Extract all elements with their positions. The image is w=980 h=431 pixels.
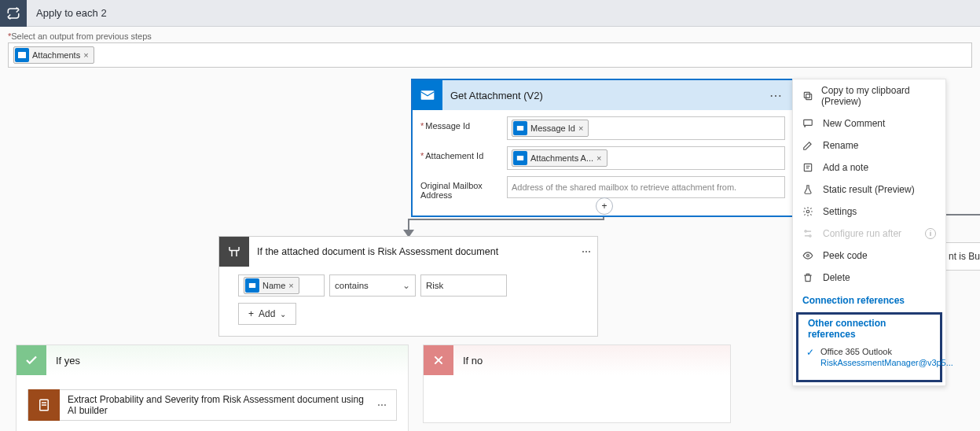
flask-icon xyxy=(802,184,815,195)
svg-point-15 xyxy=(806,210,809,213)
token-remove[interactable]: × xyxy=(596,153,601,163)
condition-icon xyxy=(219,237,249,267)
card-title: Get Attachment (V2) xyxy=(442,90,766,101)
condition-body: Name × contains ⌄ Risk + Add ⌄ xyxy=(219,267,597,336)
condition-left[interactable]: Name × xyxy=(238,274,325,297)
outlook-icon xyxy=(513,121,527,135)
output-label: *Select an output from previous steps xyxy=(8,31,972,41)
comment-icon xyxy=(802,118,815,129)
condition-menu-button[interactable]: ⋯ xyxy=(582,246,591,257)
connection-text: Office 365 Outlook RiskAssessmentManager… xyxy=(820,346,953,369)
outlook-icon xyxy=(413,80,442,110)
copy-icon xyxy=(802,90,813,101)
outlook-icon xyxy=(513,151,527,165)
menu-static-result[interactable]: Static result (Preview) xyxy=(793,179,945,201)
note-icon xyxy=(802,162,815,173)
field-input-message-id[interactable]: Message Id × xyxy=(507,116,785,140)
svg-rect-0 xyxy=(18,52,26,58)
card-header: Get Attachment (V2) ⋯ xyxy=(413,80,793,110)
branch-yes-body: Extract Probability and Severity from Ri… xyxy=(17,375,408,431)
top-bar-title: Apply to each 2 xyxy=(27,7,107,19)
branch-no-body xyxy=(424,375,730,422)
svg-rect-4 xyxy=(517,156,523,160)
branch-yes-label: If yes xyxy=(46,355,80,367)
branch-if-no: If no xyxy=(423,344,731,423)
field-input-mailbox[interactable]: Address of the shared mailbox to retriev… xyxy=(507,176,785,198)
connector-line xyxy=(408,219,604,220)
x-icon xyxy=(424,345,453,375)
output-token-input[interactable]: Attachments × xyxy=(8,42,972,68)
menu-peek-code[interactable]: Peek code xyxy=(793,245,945,267)
menu-new-comment[interactable]: New Comment xyxy=(793,112,945,134)
menu-copy-clipboard[interactable]: Copy to my clipboard (Preview) xyxy=(793,79,945,112)
menu-add-note[interactable]: Add a note xyxy=(793,157,945,179)
token-remove[interactable]: × xyxy=(83,50,88,60)
condition-title: If the attached document is Risk Assessm… xyxy=(249,246,582,257)
token-remove[interactable]: × xyxy=(578,123,583,133)
condition-add-button[interactable]: + Add ⌄ xyxy=(238,303,296,325)
action-menu-button[interactable]: ⋯ xyxy=(377,400,396,411)
svg-point-18 xyxy=(807,255,809,257)
branch-if-yes: If yes Extract Probability and Severity … xyxy=(16,344,409,431)
menu-delete[interactable]: Delete xyxy=(793,267,945,289)
field-label-attachment-id: *Attachement Id xyxy=(420,146,507,160)
menu-configure-run-after: Configure run after i xyxy=(793,223,945,245)
context-menu: Copy to my clipboard (Preview) New Comme… xyxy=(792,79,946,386)
check-icon: ✓ xyxy=(806,346,814,358)
svg-rect-10 xyxy=(804,92,809,98)
svg-rect-2 xyxy=(421,90,435,100)
menu-rename[interactable]: Rename xyxy=(793,134,945,157)
svg-rect-3 xyxy=(517,126,523,131)
token-message-id[interactable]: Message Id × xyxy=(512,120,589,137)
config-icon xyxy=(802,228,815,239)
token-name[interactable]: Name × xyxy=(244,277,299,294)
token-attachments[interactable]: Attachments × xyxy=(13,46,94,64)
output-select: *Select an output from previous steps At… xyxy=(0,27,980,68)
document-icon xyxy=(28,389,60,421)
token-attachment-id[interactable]: Attachments A... × xyxy=(512,149,607,167)
trash-icon xyxy=(802,272,815,283)
top-bar: Apply to each 2 xyxy=(0,0,980,27)
outlook-icon xyxy=(15,48,29,62)
field-label-mailbox: Original Mailbox Address xyxy=(420,176,507,200)
flow-canvas: Get Attachment (V2) ⋯ *Message Id Messag… xyxy=(0,68,980,431)
action-label: Extract Probability and Severity from Ri… xyxy=(60,394,377,416)
svg-rect-5 xyxy=(249,283,255,288)
svg-rect-11 xyxy=(804,120,813,125)
branch-no-label: If no xyxy=(453,355,483,367)
partial-card[interactable]: nt is Busine xyxy=(943,242,980,271)
branch-yes-header: If yes xyxy=(17,345,408,375)
branch-no-header: If no xyxy=(424,345,730,375)
svg-point-17 xyxy=(809,235,811,237)
outlook-icon xyxy=(245,278,259,293)
menu-section-connection-refs: Connection references xyxy=(793,289,945,309)
condition-right[interactable]: Risk xyxy=(420,274,507,297)
loop-icon xyxy=(0,0,27,27)
token-remove[interactable]: × xyxy=(288,281,293,290)
card-condition[interactable]: If the attached document is Risk Assessm… xyxy=(218,236,598,337)
highlight-other-connection-refs: Other connection references ✓ Office 365… xyxy=(796,312,942,382)
svg-rect-9 xyxy=(806,94,812,100)
card-get-attachment[interactable]: Get Attachment (V2) ⋯ *Message Id Messag… xyxy=(411,79,795,217)
connection-ref-item[interactable]: ✓ Office 365 Outlook RiskAssessmentManag… xyxy=(798,343,940,372)
condition-header: If the attached document is Risk Assessm… xyxy=(219,237,597,267)
svg-point-16 xyxy=(805,230,806,232)
field-input-attachment-id[interactable]: Attachments A... × xyxy=(507,146,785,170)
menu-settings[interactable]: Settings xyxy=(793,201,945,223)
eye-icon xyxy=(802,250,815,261)
menu-section-other-refs: Other connection references xyxy=(798,315,940,343)
card-menu-button[interactable]: ⋯ xyxy=(766,88,787,103)
add-step-button[interactable]: + xyxy=(596,197,613,215)
field-label-message-id: *Message Id xyxy=(420,116,507,131)
condition-operator[interactable]: contains ⌄ xyxy=(329,274,416,297)
edit-icon xyxy=(802,140,815,151)
chevron-down-icon: ⌄ xyxy=(402,280,410,291)
chevron-down-icon: ⌄ xyxy=(280,310,286,319)
check-icon xyxy=(17,345,46,375)
plus-icon: + xyxy=(248,308,254,319)
action-extract-ai[interactable]: Extract Probability and Severity from Ri… xyxy=(28,389,397,421)
info-icon[interactable]: i xyxy=(925,228,936,239)
gear-icon xyxy=(802,206,815,217)
